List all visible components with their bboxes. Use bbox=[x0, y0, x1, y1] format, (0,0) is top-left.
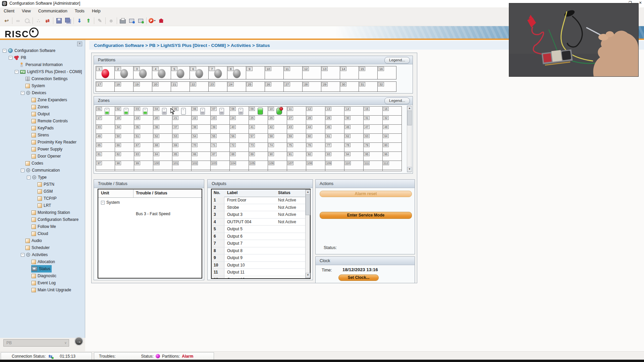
go-button[interactable]: → bbox=[74, 337, 83, 346]
zone-cell-77[interactable]: 77 bbox=[325, 142, 344, 152]
menu-help[interactable]: Help bbox=[88, 7, 104, 13]
save-all-icon[interactable] bbox=[63, 17, 72, 25]
tree-item-pb[interactable]: −PB bbox=[9, 54, 28, 61]
zone-cell-10[interactable]: 10 bbox=[268, 106, 287, 116]
zone-cell-64[interactable]: 64 bbox=[382, 133, 402, 143]
zones-scrollbar[interactable]: ▲ ▼ bbox=[407, 106, 412, 172]
zone-cell-23[interactable]: 23 bbox=[210, 115, 230, 125]
zone-cell-87[interactable]: 87 bbox=[210, 152, 230, 161]
zone-cell-39[interactable]: 39 bbox=[210, 124, 230, 134]
zone-cell-45[interactable]: 45 bbox=[325, 124, 344, 134]
zone-cell-101[interactable]: 101 bbox=[172, 161, 192, 170]
zone-cell-04[interactable]: 04 bbox=[153, 106, 172, 116]
partition-cell-26[interactable]: 26 bbox=[265, 81, 284, 92]
zone-cell-63[interactable]: 63 bbox=[363, 133, 383, 143]
partition-cell-21[interactable]: 21 bbox=[171, 81, 190, 92]
tree-item-activities[interactable]: −Activities bbox=[21, 251, 49, 258]
zone-cell-69[interactable]: 69 bbox=[172, 142, 192, 152]
zone-cell-01[interactable]: 01 bbox=[96, 106, 115, 116]
zone-cell-95[interactable]: 95 bbox=[363, 152, 383, 161]
zone-cell-65[interactable]: 65 bbox=[96, 142, 115, 152]
zone-cell-17[interactable]: 17 bbox=[96, 115, 115, 125]
zone-cell-21[interactable]: 21 bbox=[172, 115, 192, 125]
zone-cell-50[interactable]: 50 bbox=[115, 133, 134, 143]
zone-cell-46[interactable]: 46 bbox=[344, 124, 364, 134]
zone-cell-47[interactable]: 47 bbox=[363, 124, 383, 134]
dropdown-arrow-icon[interactable]: ▾ bbox=[154, 19, 155, 22]
zone-cell-15[interactable]: 15 bbox=[363, 106, 383, 116]
partition-cell-10[interactable]: 10 bbox=[265, 66, 284, 79]
zone-cell-42[interactable]: 42 bbox=[268, 124, 287, 134]
partition-cell-24[interactable]: 24 bbox=[227, 81, 246, 92]
zone-cell-109[interactable]: 109 bbox=[325, 161, 344, 170]
partition-cell-14[interactable]: 14 bbox=[340, 66, 359, 79]
zone-cell-111[interactable]: 111 bbox=[363, 161, 383, 170]
tree-item-status[interactable]: Status bbox=[27, 265, 52, 272]
partition-cell-1[interactable]: 1 bbox=[96, 66, 115, 79]
zone-cell-22[interactable]: 22 bbox=[191, 115, 211, 125]
zone-cell-14[interactable]: 14 bbox=[344, 106, 364, 116]
zone-cell-79[interactable]: 79 bbox=[363, 142, 383, 152]
tree-item-connection-settings[interactable]: Connection Settings bbox=[21, 75, 69, 82]
zone-cell-49[interactable]: 49 bbox=[96, 133, 115, 143]
zone-cell-74[interactable]: 74 bbox=[268, 142, 287, 152]
partition-cell-25[interactable]: 25 bbox=[246, 81, 265, 92]
zone-cell-02[interactable]: 02 bbox=[115, 106, 134, 116]
tree-item-keypads[interactable]: KeyPads bbox=[27, 125, 55, 131]
zones-scroll-thumb[interactable] bbox=[407, 111, 412, 125]
tree-item-type[interactable]: −Type bbox=[27, 174, 48, 181]
partition-cell-7[interactable]: 7 bbox=[208, 66, 227, 79]
zone-cell-03[interactable]: 03 bbox=[134, 106, 153, 116]
tree-item-configuration-software[interactable]: −Configuration Software bbox=[3, 47, 57, 54]
zone-cell-57[interactable]: 57 bbox=[249, 133, 268, 143]
zone-cell-59[interactable]: 59 bbox=[287, 133, 306, 143]
partition-cell-13[interactable]: 13 bbox=[321, 66, 340, 79]
zone-cell-78[interactable]: 78 bbox=[344, 142, 364, 152]
zone-cell-30[interactable]: 30 bbox=[344, 115, 364, 125]
zone-cell-66[interactable]: 66 bbox=[115, 142, 134, 152]
expander-icon[interactable]: − bbox=[15, 70, 18, 74]
zone-cell-51[interactable]: 51 bbox=[134, 133, 153, 143]
zone-cell-06[interactable]: 06 bbox=[191, 106, 211, 116]
alarm-home-icon[interactable] bbox=[157, 17, 166, 25]
tree-item-configuration-software[interactable]: Configuration Software bbox=[27, 216, 80, 223]
tree-item-proximity-key-reader[interactable]: Proximity Key Reader bbox=[27, 139, 78, 145]
zone-cell-86[interactable]: 86 bbox=[191, 152, 211, 161]
tree-item-codes[interactable]: Codes bbox=[21, 160, 45, 167]
zone-cell-90[interactable]: 90 bbox=[268, 152, 287, 161]
zone-cell-91[interactable]: 91 bbox=[287, 152, 306, 161]
zone-cell-76[interactable]: 76 bbox=[306, 142, 325, 152]
zone-cell-108[interactable]: 108 bbox=[306, 161, 325, 170]
zone-cell-36[interactable]: 36 bbox=[153, 124, 172, 134]
partition-cell-11[interactable]: 11 bbox=[283, 66, 303, 79]
zone-cell-112[interactable]: 112 bbox=[382, 161, 402, 170]
tree-item-personal-information[interactable]: Personal Information bbox=[15, 61, 64, 68]
zone-cell-16[interactable]: 16 bbox=[382, 106, 402, 116]
output-row-5[interactable]: 5Output 5 bbox=[212, 226, 306, 233]
partition-cell-29[interactable]: 29 bbox=[321, 81, 340, 92]
tree-item-zones[interactable]: Zones bbox=[27, 104, 50, 110]
menu-communication[interactable]: Communication bbox=[35, 7, 71, 13]
zone-cell-97[interactable]: 97 bbox=[96, 161, 115, 170]
zone-cell-19[interactable]: 19 bbox=[134, 115, 153, 125]
zone-cell-85[interactable]: 85 bbox=[172, 152, 192, 161]
zone-cell-31[interactable]: 31 bbox=[363, 115, 383, 125]
partition-cell-2[interactable]: 2 bbox=[114, 66, 133, 79]
partition-cell-4[interactable]: 4 bbox=[152, 66, 171, 79]
tree-item-monitoring-station[interactable]: Monitoring Station bbox=[27, 209, 71, 216]
expander-icon[interactable]: − bbox=[21, 169, 24, 172]
zone-cell-20[interactable]: 20 bbox=[153, 115, 172, 125]
zone-cell-53[interactable]: 53 bbox=[172, 133, 192, 143]
zone-cell-12[interactable]: 12 bbox=[306, 106, 325, 116]
zone-cell-107[interactable]: 107 bbox=[287, 161, 306, 170]
partition-cell-6[interactable]: 6 bbox=[190, 66, 209, 79]
zone-cell-89[interactable]: 89 bbox=[249, 152, 268, 161]
zone-cell-52[interactable]: 52 bbox=[153, 133, 172, 143]
scroll-up-icon[interactable]: ▲ bbox=[306, 190, 310, 195]
tree-item-audio[interactable]: Audio bbox=[21, 237, 43, 244]
partition-cell-12[interactable]: 12 bbox=[302, 66, 321, 79]
exit-icon[interactable]: ↩ bbox=[2, 17, 11, 25]
zone-cell-81[interactable]: 81 bbox=[96, 152, 115, 161]
zone-cell-75[interactable]: 75 bbox=[287, 142, 306, 152]
expander-icon[interactable]: − bbox=[21, 91, 24, 95]
